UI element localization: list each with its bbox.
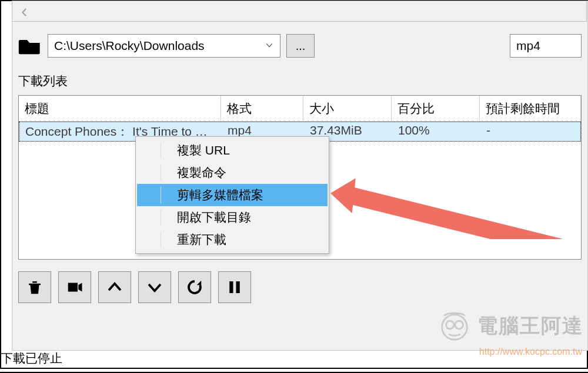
context-menu: 複製 URL 複製命令 剪輯多媒體檔案 開啟下載目錄 重新下載	[135, 136, 329, 254]
move-down-button[interactable]	[138, 271, 171, 303]
watermark-logo-icon	[436, 308, 473, 344]
ctx-open-folder[interactable]: 開啟下載目錄	[137, 206, 328, 228]
svg-rect-1	[236, 281, 240, 293]
back-button[interactable]	[17, 5, 32, 20]
download-path-combo[interactable]: C:\Users\Rocky\Downloads	[48, 34, 280, 58]
refresh-button[interactable]	[178, 271, 211, 303]
download-list-label: 下載列表	[18, 73, 68, 89]
col-size[interactable]: 大小	[303, 96, 392, 122]
col-title[interactable]: 標題	[19, 96, 221, 122]
record-button[interactable]	[58, 271, 91, 303]
ctx-copy-url[interactable]: 複製 URL	[137, 139, 328, 162]
ctx-redownload[interactable]: 重新下載	[137, 228, 328, 251]
delete-button[interactable]	[18, 271, 51, 303]
status-text: 下載已停止	[1, 350, 62, 367]
svg-rect-0	[229, 281, 233, 293]
col-format[interactable]: 格式	[221, 96, 303, 122]
download-path-value: C:\Users\Rocky\Downloads	[54, 39, 205, 53]
pause-button[interactable]	[218, 271, 251, 303]
toolbar	[18, 271, 582, 305]
table-header: 標題 格式 大小 百分比 預計剩餘時間	[19, 96, 581, 122]
cell-eta: -	[480, 122, 580, 141]
watermark: 電腦王阿達 http://www.kocpc.com.tw	[436, 308, 583, 344]
col-eta[interactable]: 預計剩餘時間	[480, 96, 581, 122]
move-up-button[interactable]	[98, 271, 131, 303]
browse-label: ...	[296, 39, 306, 53]
svg-point-5	[455, 321, 463, 329]
folder-icon	[18, 36, 42, 56]
chevron-down-icon	[265, 39, 274, 53]
ctx-trim-media[interactable]: 剪輯多媒體檔案	[137, 184, 328, 206]
col-percent[interactable]: 百分比	[392, 96, 480, 122]
cell-percent: 100%	[392, 122, 480, 141]
format-value: mp4	[516, 39, 540, 53]
top-strip	[12, 1, 587, 22]
format-combo[interactable]: mp4	[510, 34, 582, 58]
browse-button[interactable]: ...	[286, 34, 315, 58]
ctx-copy-command[interactable]: 複製命令	[137, 162, 328, 184]
svg-point-4	[446, 321, 454, 329]
watermark-text: 電腦王阿達	[477, 312, 583, 340]
watermark-url: http://www.kocpc.com.tw	[479, 347, 582, 357]
